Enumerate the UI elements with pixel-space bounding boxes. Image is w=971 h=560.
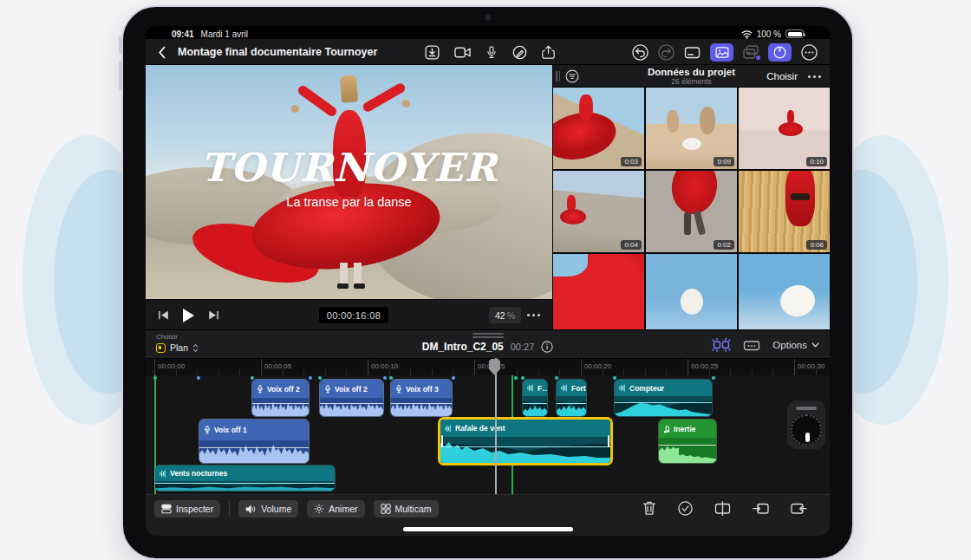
ruler-label: 00:00:05 — [264, 362, 291, 370]
volume-label: Volume — [261, 504, 291, 514]
mic-icon — [257, 385, 264, 394]
clip-rafale-de-vent[interactable]: Rafale de vent — [438, 417, 613, 466]
clip-label: Vents nocturnes — [170, 469, 227, 478]
multicam-label: Multicam — [395, 504, 432, 514]
waveform-icon — [561, 384, 568, 392]
media-thumbnail[interactable] — [646, 254, 737, 329]
timeline-clip-duration: 00:27 — [511, 342, 535, 352]
animate-button[interactable]: Animer — [307, 500, 364, 518]
record-video-button[interactable] — [454, 46, 471, 59]
playhead-line[interactable] — [495, 358, 497, 494]
viewer-more-button[interactable] — [527, 314, 540, 316]
media-thumbnail[interactable]: 0:10 — [739, 88, 830, 169]
home-indicator[interactable] — [403, 527, 573, 531]
trim-handle-left[interactable] — [441, 435, 443, 447]
trim-handle-right[interactable] — [608, 435, 609, 447]
jog-wheel-button[interactable] — [768, 43, 792, 62]
overwrite-clip-icon[interactable] — [791, 501, 807, 516]
microphone-button[interactable] — [486, 45, 498, 60]
keyframe-dot — [309, 376, 312, 380]
battery-icon — [785, 29, 804, 38]
waveform-icon — [619, 384, 626, 392]
clip-label: Voix off 1 — [214, 426, 247, 434]
media-more-button[interactable] — [808, 75, 821, 78]
undo-button[interactable] — [632, 44, 648, 61]
mic-icon — [204, 426, 211, 434]
clip-f[interactable]: F… — [522, 379, 548, 417]
keyframe-dot — [452, 376, 455, 380]
front-camera — [486, 15, 491, 20]
project-title: Montage final documentaire Tournoyer — [178, 46, 377, 58]
media-thumbnail[interactable] — [553, 254, 644, 329]
video-viewer[interactable]: TOURNOYER La transe par la danse — [146, 65, 552, 299]
clip-label: Voix off 2 — [335, 385, 368, 394]
multicam-button[interactable]: Multicam — [374, 500, 439, 518]
options-button[interactable]: Options — [772, 340, 819, 350]
clip-vents-nocturnes[interactable]: Vents nocturnes — [154, 465, 336, 492]
check-circle-icon[interactable] — [678, 501, 693, 516]
clip-label: Voix off 3 — [406, 385, 439, 394]
redo-button[interactable] — [658, 44, 674, 61]
effects-library-button[interactable] — [743, 45, 759, 59]
chevron-down-icon — [811, 342, 819, 348]
options-label: Options — [772, 340, 807, 350]
pencil-tools-button[interactable] — [512, 45, 527, 60]
effects-badge-dot — [756, 55, 760, 60]
clip-voix-off-2a[interactable]: Voix off 2 — [251, 379, 310, 417]
timeline-clip-name: DM_Intro_C2_05 — [422, 341, 504, 353]
info-icon[interactable] — [541, 341, 553, 353]
volume-button-up — [119, 36, 122, 54]
media-thumbnail[interactable]: 0:03 — [553, 88, 644, 169]
media-thumbnail[interactable]: 0:06 — [739, 171, 830, 252]
scene-dancer-hat — [340, 75, 358, 102]
split-clip-icon[interactable] — [714, 501, 731, 516]
media-thumbnail[interactable]: 0:02 — [646, 171, 737, 252]
clip-voix-off-1[interactable]: Voix off 1 — [199, 419, 310, 464]
magnetic-timeline-icon[interactable] — [712, 337, 731, 352]
music-note-icon — [663, 425, 670, 433]
trash-icon[interactable] — [642, 500, 656, 516]
share-button[interactable] — [542, 44, 555, 60]
current-timecode: 00:00:16:08 — [319, 307, 388, 323]
bottom-toolbar: Inspecter Volume Animer Multicam — [146, 494, 830, 536]
mic-icon — [324, 385, 331, 394]
toolbar-divider — [229, 501, 230, 517]
import-media-button[interactable] — [425, 45, 440, 60]
jog-dial[interactable] — [791, 414, 822, 446]
thumbnail-duration: 0:03 — [621, 157, 642, 166]
volume-button[interactable]: Volume — [238, 500, 298, 518]
titles-captions-button[interactable] — [684, 45, 701, 60]
skip-to-start-icon[interactable] — [158, 309, 169, 321]
clip-inertie[interactable]: Inertie — [658, 419, 717, 464]
zoom-percent-sign: % — [507, 310, 515, 321]
keyframe-dot — [197, 376, 200, 380]
jog-wheel-widget[interactable] — [787, 400, 825, 449]
media-thumbnail[interactable] — [739, 254, 830, 329]
clip-fort[interactable]: Fort… — [556, 379, 587, 417]
wifi-icon — [741, 29, 753, 39]
scene-dancer-hand — [402, 100, 410, 107]
choose-button[interactable]: Choisir — [766, 71, 798, 81]
scene-dancer-hand — [291, 105, 299, 113]
timeline-ruler[interactable]: 00:00:00 00:00:05 00:00:10 00:00:15 00:0… — [146, 358, 830, 375]
clip-voix-off-3[interactable]: Voix off 3 — [390, 379, 453, 417]
clip-label: Inertie — [674, 425, 696, 433]
media-browser-button[interactable] — [710, 43, 733, 62]
back-chevron-icon[interactable] — [158, 46, 166, 59]
inspect-button[interactable]: Inspecter — [154, 500, 220, 518]
speaker-icon — [245, 505, 257, 514]
insert-clip-icon[interactable] — [753, 501, 769, 516]
connected-clips-icon[interactable] — [743, 338, 760, 352]
timeline-drag-handle[interactable] — [472, 333, 504, 340]
clock-time: 09:41 — [172, 29, 194, 39]
media-thumbnail[interactable]: 0:04 — [553, 171, 644, 252]
timeline-body[interactable]: Voix off 2 Voix off 2 Voix off 3 F… — [146, 375, 830, 494]
play-button[interactable] — [183, 309, 194, 322]
zoom-level-control[interactable]: 42 % — [489, 307, 521, 323]
clip-voix-off-2b[interactable]: Voix off 2 — [319, 379, 384, 417]
more-menu-button[interactable] — [801, 44, 818, 61]
media-thumbnail[interactable]: 0:09 — [646, 88, 737, 169]
skip-to-end-icon[interactable] — [208, 309, 219, 321]
clip-compteur[interactable]: Compteur — [614, 379, 713, 417]
waveform-icon — [445, 425, 452, 433]
